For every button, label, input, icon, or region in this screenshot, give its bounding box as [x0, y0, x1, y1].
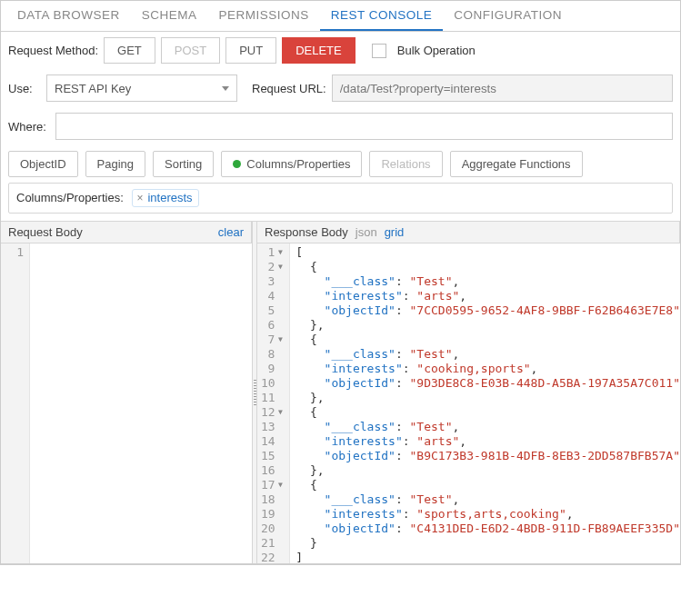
sorting-button[interactable]: Sorting	[153, 151, 214, 177]
clear-link[interactable]: clear	[218, 225, 244, 239]
tab-schema[interactable]: SCHEMA	[131, 1, 208, 31]
where-label: Where:	[8, 120, 50, 134]
response-body-editor[interactable]: 1 ▼2 ▼3 4 5 6 7 ▼8 9 10 11 12 ▼13 14 15 …	[257, 243, 680, 563]
tab-configuration[interactable]: CONFIGURATION	[443, 1, 573, 31]
tab-data-browser[interactable]: DATA BROWSER	[6, 1, 131, 31]
method-delete-button[interactable]: DELETE	[282, 37, 356, 64]
request-url-input[interactable]	[332, 75, 673, 102]
tab-rest-console[interactable]: REST CONSOLE	[320, 1, 444, 31]
aggregate-button[interactable]: Aggregate Functions	[450, 151, 583, 177]
body-panels: Request Body clear 1 Response Body json …	[1, 221, 680, 564]
method-get-button[interactable]: GET	[104, 37, 155, 64]
response-body-title: Response Body	[265, 225, 348, 239]
property-tag[interactable]: × interests	[132, 189, 198, 207]
close-icon[interactable]: ×	[136, 192, 143, 204]
grid-view-toggle[interactable]: grid	[385, 225, 405, 239]
objectid-button[interactable]: ObjectID	[8, 151, 78, 177]
request-body-panel: Request Body clear 1	[1, 222, 252, 563]
request-method-label: Request Method:	[8, 44, 98, 57]
method-post-button[interactable]: POST	[161, 37, 220, 64]
method-put-button[interactable]: PUT	[225, 37, 276, 64]
use-label: Use:	[8, 82, 41, 95]
chevron-down-icon	[222, 86, 229, 91]
bulk-operation-checkbox[interactable]	[372, 44, 386, 58]
tab-permissions[interactable]: PERMISSIONS	[208, 1, 320, 31]
paging-button[interactable]: Paging	[85, 151, 145, 177]
columns-properties-box: Columns/Properties: × interests	[8, 183, 673, 214]
bulk-operation-label: Bulk Operation	[397, 44, 476, 57]
columns-button[interactable]: Columns/Properties	[221, 151, 362, 177]
response-body-panel: Response Body json grid 1 ▼2 ▼3 4 5 6 7 …	[257, 222, 680, 563]
request-method-row: Request Method: GET POST PUT DELETE Bulk…	[1, 32, 680, 69]
property-tag-label: interests	[147, 191, 192, 204]
use-select[interactable]: REST API Key	[46, 75, 237, 102]
request-body-title: Request Body	[8, 225, 83, 239]
use-select-value: REST API Key	[55, 82, 131, 95]
request-url-label: Request URL:	[252, 82, 326, 95]
request-body-editor[interactable]: 1	[1, 243, 252, 563]
where-input[interactable]	[55, 113, 673, 140]
options-row: ObjectID Paging Sorting Columns/Properti…	[1, 145, 680, 183]
columns-button-label: Columns/Properties	[246, 157, 350, 171]
main-tabs: DATA BROWSER SCHEMA PERMISSIONS REST CON…	[1, 1, 680, 32]
relations-button[interactable]: Relations	[369, 151, 442, 177]
use-url-row: Use: REST API Key Request URL:	[1, 69, 680, 107]
active-dot-icon	[233, 160, 241, 168]
json-view-toggle[interactable]: json	[356, 225, 377, 239]
where-row: Where:	[1, 107, 680, 145]
columns-properties-label: Columns/Properties:	[16, 191, 124, 204]
